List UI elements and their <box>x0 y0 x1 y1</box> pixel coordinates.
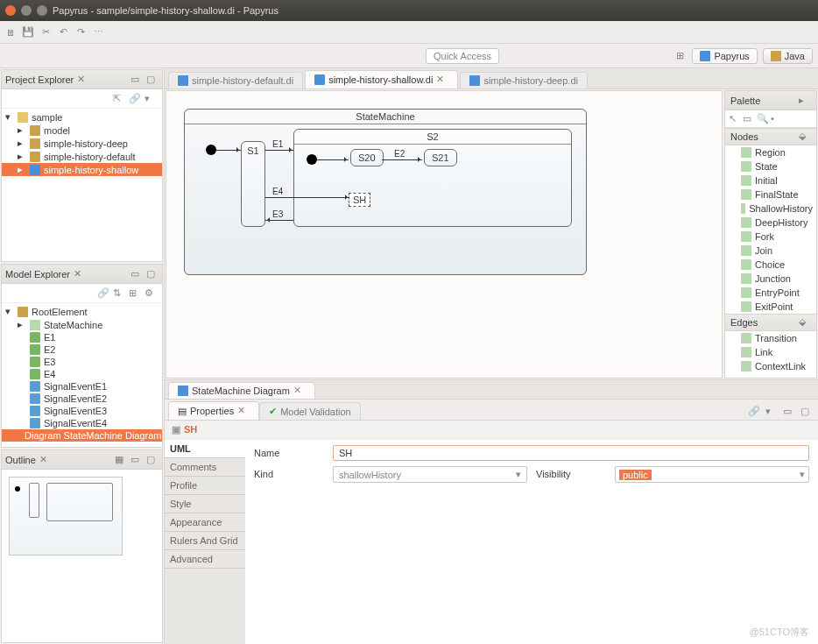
model-explorer-item-7[interactable]: SignalEventE2 <box>2 393 162 405</box>
minimize-icon[interactable]: ▭ <box>130 268 143 280</box>
selection-tool-icon[interactable]: ↖ <box>729 113 741 125</box>
properties-tab-rulers-and-grid[interactable]: Rulers And Grid <box>165 532 245 550</box>
close-icon[interactable]: ✕ <box>77 74 89 86</box>
transition-e1[interactable] <box>265 150 293 151</box>
palette-node-junction[interactable]: Junction <box>725 272 816 286</box>
perspective-java[interactable]: Java <box>763 48 813 64</box>
model-explorer-item-0[interactable]: ▾RootElement <box>2 305 162 318</box>
palette-node-exitpoint[interactable]: ExitPoint <box>725 300 816 314</box>
cut-icon[interactable]: ✂ <box>39 25 53 39</box>
palette-collapse-icon[interactable]: ▸ <box>799 95 811 107</box>
transition-e3[interactable] <box>265 220 293 221</box>
sort-icon[interactable]: ⇅ <box>113 287 125 300</box>
zoom-tool-icon[interactable]: 🔍 <box>757 113 769 125</box>
statemachine-frame[interactable]: StateMachine S1 S2 S20 S21 E2 SH <box>184 109 587 275</box>
project-explorer-item-1[interactable]: ▸model <box>2 124 162 137</box>
minimize-icon[interactable]: ▭ <box>130 454 143 466</box>
properties-tab-style[interactable]: Style <box>165 495 245 513</box>
model-explorer-item-9[interactable]: SignalEventE4 <box>2 417 162 429</box>
editor-tab-0[interactable]: simple-history-default.di <box>168 72 303 88</box>
transition-init-s20[interactable] <box>317 159 349 160</box>
model-explorer-item-6[interactable]: SignalEventE1 <box>2 380 162 393</box>
new-icon[interactable]: 🗎 <box>4 25 18 39</box>
transition-e4[interactable] <box>265 197 349 198</box>
maximize-icon[interactable]: ▢ <box>146 268 159 280</box>
model-explorer-item-10[interactable]: Diagram StateMachine Diagram <box>2 429 162 442</box>
tab-properties[interactable]: ▤Properties✕ <box>168 401 259 420</box>
model-explorer-item-8[interactable]: SignalEventE3 <box>2 405 162 417</box>
shallow-history-node[interactable]: SH <box>349 193 370 207</box>
palette-edge-contextlink[interactable]: ContextLink <box>725 359 816 373</box>
close-icon[interactable]: ✕ <box>39 454 52 466</box>
palette-node-choice[interactable]: Choice <box>725 258 816 272</box>
transition-init-s1[interactable] <box>216 150 241 151</box>
editor-tab-1[interactable]: simple-history-shallow.di✕ <box>305 70 458 88</box>
properties-tab-uml[interactable]: UML <box>165 440 245 458</box>
name-field[interactable]: SH <box>333 445 809 461</box>
minimize-icon[interactable]: ▭ <box>130 74 143 86</box>
outline-thumbnail[interactable] <box>9 477 123 556</box>
transition-s20-s21[interactable] <box>382 159 422 160</box>
redo-icon[interactable]: ↷ <box>74 25 88 39</box>
visibility-select[interactable]: public▾ <box>615 466 809 483</box>
palette-node-state[interactable]: State <box>725 159 816 173</box>
pin-icon[interactable]: ⬙ <box>799 131 811 143</box>
maximize-icon[interactable]: ▢ <box>146 454 159 466</box>
tab-model-validation[interactable]: ✔Model Validation <box>259 402 361 420</box>
project-explorer-item-3[interactable]: ▸simple-history-default <box>2 150 162 163</box>
palette-edge-transition[interactable]: Transition <box>725 331 816 345</box>
tab-statemachine-diagram[interactable]: StateMachine Diagram✕ <box>168 382 315 399</box>
diagram-editor[interactable]: StateMachine S1 S2 S20 S21 E2 SH <box>166 90 723 379</box>
note-tool-icon[interactable]: • <box>771 113 783 125</box>
properties-tab-profile[interactable]: Profile <box>165 477 245 495</box>
close-icon[interactable]: ✕ <box>237 405 250 417</box>
model-explorer-item-1[interactable]: ▸StateMachine <box>2 318 162 331</box>
collapse-all-icon[interactable]: ⇱ <box>113 93 125 105</box>
link-icon[interactable]: 🔗 <box>748 406 760 418</box>
palette-edge-link[interactable]: Link <box>725 345 816 359</box>
undo-icon[interactable]: ↶ <box>56 25 70 39</box>
view-menu-icon[interactable]: ▾ <box>765 406 778 418</box>
maximize-icon[interactable]: ▢ <box>146 74 159 86</box>
kind-select[interactable]: shallowHistory▾ <box>333 466 527 483</box>
model-explorer-item-2[interactable]: E1 <box>2 331 162 343</box>
properties-tab-comments[interactable]: Comments <box>165 458 245 477</box>
state-s1[interactable]: S1 <box>241 141 265 227</box>
marquee-tool-icon[interactable]: ▭ <box>743 113 755 125</box>
window-minimize-icon[interactable] <box>21 5 32 16</box>
palette-node-shallowhistory[interactable]: ShallowHistory <box>725 202 816 216</box>
link-editor-icon[interactable]: 🔗 <box>129 93 141 105</box>
perspective-papyrus[interactable]: Papyrus <box>692 48 757 64</box>
initial-node[interactable] <box>206 145 216 155</box>
link-editor-icon[interactable]: 🔗 <box>97 287 109 300</box>
project-explorer-item-2[interactable]: ▸simple-history-deep <box>2 137 162 150</box>
project-explorer-item-0[interactable]: ▾sample <box>2 110 162 124</box>
palette-group-edges[interactable]: Edges⬙ <box>725 314 816 331</box>
palette-group-nodes[interactable]: Nodes⬙ <box>725 128 816 145</box>
window-maximize-icon[interactable] <box>37 5 47 16</box>
filter-icon[interactable]: ⚙ <box>145 287 157 300</box>
editor-tab-2[interactable]: simple-history-deep.di <box>460 72 588 88</box>
open-perspective-icon[interactable]: ⊞ <box>673 49 687 63</box>
save-icon[interactable]: 💾 <box>21 25 35 39</box>
view-menu-icon[interactable]: ▾ <box>145 93 157 105</box>
minimize-icon[interactable]: ▭ <box>783 406 795 418</box>
pin-icon[interactable]: ⬙ <box>799 316 811 329</box>
model-explorer-item-4[interactable]: E3 <box>2 356 162 368</box>
expand-icon[interactable]: ⊞ <box>129 287 141 300</box>
state-s2[interactable]: S2 S20 S21 E2 SH <box>293 129 572 227</box>
maximize-icon[interactable]: ▢ <box>800 406 813 418</box>
quick-access-input[interactable]: Quick Access <box>426 48 499 64</box>
palette-node-fork[interactable]: Fork <box>725 230 816 244</box>
model-explorer-item-3[interactable]: E2 <box>2 343 162 356</box>
state-s21[interactable]: S21 <box>424 149 457 166</box>
more-toolbar-icon[interactable]: ⋯ <box>91 25 105 39</box>
palette-node-join[interactable]: Join <box>725 244 816 258</box>
close-icon[interactable]: ✕ <box>293 385 306 397</box>
palette-node-entrypoint[interactable]: EntryPoint <box>725 286 816 300</box>
close-icon[interactable]: ✕ <box>74 268 86 280</box>
palette-node-deephistory[interactable]: DeepHistory <box>725 216 816 230</box>
initial-node-s2[interactable] <box>307 154 317 165</box>
palette-node-finalstate[interactable]: FinalState <box>725 188 816 202</box>
palette-node-region[interactable]: Region <box>725 145 816 159</box>
